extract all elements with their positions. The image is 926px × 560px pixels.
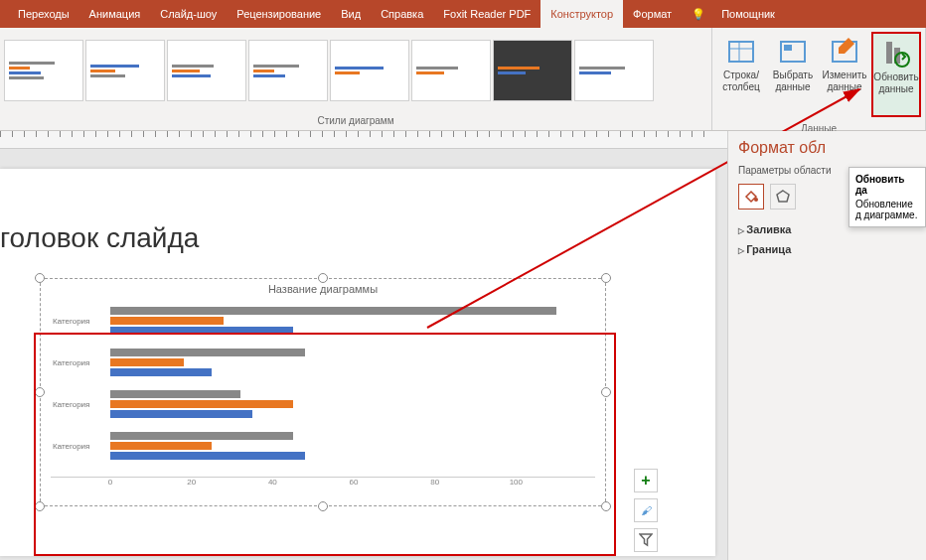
ribbon: Стили диаграмм Строка/ столбец Выбрать д… bbox=[0, 28, 926, 131]
chart-elements-button[interactable]: + bbox=[634, 469, 658, 492]
resize-handle[interactable] bbox=[601, 387, 611, 397]
category-label: Категория bbox=[53, 400, 89, 409]
chart-x-axis: 020406080100 bbox=[110, 478, 595, 491]
x-tick: 60 bbox=[350, 478, 359, 487]
svg-rect-6 bbox=[886, 42, 892, 64]
horizontal-ruler bbox=[0, 131, 727, 149]
refresh-icon bbox=[880, 38, 912, 70]
resize-handle[interactable] bbox=[35, 501, 45, 511]
bar[interactable] bbox=[110, 307, 556, 315]
chart-object[interactable]: Название диаграммы КатегорияКатегорияКат… bbox=[40, 278, 606, 506]
chart-style-thumb[interactable] bbox=[248, 40, 328, 101]
resize-handle[interactable] bbox=[35, 273, 45, 283]
chart-plot-area[interactable]: КатегорияКатегорияКатегорияКатегория bbox=[51, 299, 595, 478]
chart-style-thumb[interactable] bbox=[330, 40, 409, 101]
bar[interactable] bbox=[110, 390, 240, 398]
x-tick: 40 bbox=[268, 478, 277, 487]
tab-format[interactable]: Формат bbox=[623, 0, 682, 28]
resize-handle[interactable] bbox=[601, 273, 611, 283]
effects-tab-button[interactable] bbox=[770, 184, 796, 210]
resize-handle[interactable] bbox=[318, 501, 328, 511]
resize-handle[interactable] bbox=[318, 273, 328, 283]
switch-row-col-button[interactable]: Строка/ столбец bbox=[716, 32, 766, 117]
tab-transitions[interactable]: Переходы bbox=[8, 0, 79, 28]
category-label: Категория bbox=[53, 442, 89, 451]
chart-filter-button[interactable] bbox=[634, 528, 658, 552]
tooltip-title: Обновить да bbox=[855, 174, 919, 196]
svg-rect-0 bbox=[729, 42, 753, 62]
slide-title[interactable]: головок слайда bbox=[0, 222, 199, 254]
tab-design[interactable]: Конструктор bbox=[540, 0, 623, 28]
pentagon-icon bbox=[775, 189, 791, 205]
x-tick: 20 bbox=[187, 478, 196, 487]
format-pane-title: Формат обл bbox=[738, 139, 916, 157]
chart-styles-gallery[interactable] bbox=[0, 28, 711, 113]
chart-style-thumb[interactable] bbox=[493, 40, 572, 101]
tab-animation[interactable]: Анимация bbox=[79, 0, 151, 28]
styles-group-label: Стили диаграмм bbox=[0, 113, 711, 130]
chart-style-thumb[interactable] bbox=[411, 40, 491, 101]
bar[interactable] bbox=[110, 432, 293, 440]
bar[interactable] bbox=[110, 452, 305, 460]
tab-slideshow[interactable]: Слайд-шоу bbox=[150, 0, 227, 28]
tooltip: Обновить да Обновление д диаграмме. bbox=[849, 167, 926, 227]
chart-style-thumb[interactable] bbox=[4, 40, 83, 101]
bar[interactable] bbox=[110, 358, 184, 366]
tell-me[interactable]: Помощник bbox=[711, 0, 785, 28]
x-tick: 0 bbox=[108, 478, 112, 487]
brush-icon: 🖌 bbox=[641, 504, 652, 516]
chart-side-buttons: + 🖌 bbox=[634, 469, 658, 552]
refresh-data-button[interactable]: Обновить данные bbox=[871, 32, 921, 117]
funnel-icon bbox=[639, 533, 653, 547]
slide-canvas[interactable]: головок слайда Название диаграммы Катего… bbox=[0, 169, 715, 556]
tooltip-body: Обновление д диаграмме. bbox=[855, 199, 919, 220]
x-tick: 80 bbox=[430, 478, 439, 487]
bar[interactable] bbox=[110, 410, 252, 418]
workspace: головок слайда Название диаграммы Катего… bbox=[0, 131, 727, 560]
bar[interactable] bbox=[110, 368, 212, 376]
tab-view[interactable]: Вид bbox=[331, 0, 371, 28]
x-tick: 100 bbox=[510, 478, 523, 487]
chart-styles-button[interactable]: 🖌 bbox=[634, 498, 658, 522]
paint-bucket-icon bbox=[743, 189, 759, 205]
select-data-icon bbox=[777, 36, 809, 68]
bar[interactable] bbox=[110, 400, 293, 408]
bar[interactable] bbox=[110, 442, 212, 450]
resize-handle[interactable] bbox=[601, 501, 611, 511]
chart-style-thumb[interactable] bbox=[85, 40, 165, 101]
chart-style-thumb[interactable] bbox=[574, 40, 654, 101]
tab-help[interactable]: Справка bbox=[371, 0, 433, 28]
plus-icon: + bbox=[641, 472, 650, 490]
bulb-icon: 💡 bbox=[692, 8, 705, 21]
fill-tab-button[interactable] bbox=[738, 184, 764, 210]
tab-foxit[interactable]: Foxit Reader PDF bbox=[433, 0, 540, 28]
select-data-button[interactable]: Выбрать данные bbox=[768, 32, 818, 117]
tab-review[interactable]: Рецензирование bbox=[227, 0, 331, 28]
resize-handle[interactable] bbox=[35, 387, 45, 397]
ribbon-tabs: Переходы Анимация Слайд-шоу Рецензирован… bbox=[0, 0, 926, 28]
category-label: Категория bbox=[53, 358, 89, 367]
svg-point-10 bbox=[754, 198, 758, 202]
bar[interactable] bbox=[110, 327, 293, 335]
edit-data-icon bbox=[829, 36, 860, 68]
category-label: Категория bbox=[53, 317, 89, 326]
table-icon bbox=[725, 36, 757, 68]
edit-data-button[interactable]: Изменить данные bbox=[820, 32, 869, 117]
chart-style-thumb[interactable] bbox=[167, 40, 246, 101]
border-section[interactable]: Граница bbox=[738, 239, 916, 259]
bar[interactable] bbox=[110, 349, 305, 356]
bar[interactable] bbox=[110, 317, 224, 325]
svg-rect-4 bbox=[784, 45, 792, 51]
